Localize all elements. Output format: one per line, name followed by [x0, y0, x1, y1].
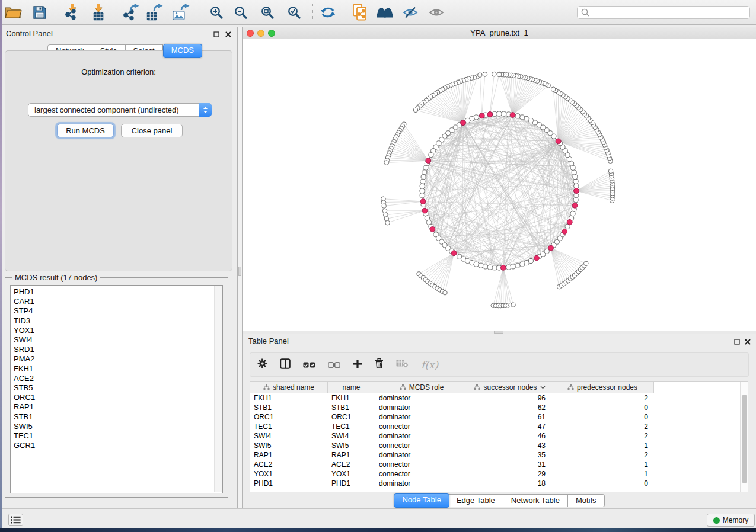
table-row[interactable]: SWI5SWI5connector431 [250, 441, 748, 450]
result-node[interactable]: SRD1 [11, 345, 222, 354]
zoom-out-button[interactable] [231, 2, 251, 23]
network-window-titlebar[interactable]: YPA_prune.txt_1 [243, 27, 756, 39]
tab-edge-table[interactable]: Edge Table [449, 494, 503, 507]
mcds-node[interactable] [500, 265, 506, 270]
vertical-splitter[interactable] [237, 27, 243, 508]
apply-function-button[interactable]: f(x) [421, 359, 438, 371]
result-node[interactable]: YOX1 [11, 326, 222, 335]
result-node[interactable]: FKH1 [11, 364, 222, 374]
column-header-name[interactable]: name [328, 382, 375, 393]
mcds-node[interactable] [562, 229, 567, 235]
mcds-node[interactable] [548, 245, 554, 251]
task-history-button[interactable] [8, 514, 23, 526]
main-toolbar [0, 0, 756, 25]
result-node[interactable]: PHD1 [11, 287, 222, 297]
result-scrollbar[interactable] [214, 286, 222, 492]
result-node[interactable]: CAR1 [11, 297, 222, 306]
mcds-node[interactable] [422, 208, 428, 213]
new-network-from-selection-button[interactable] [350, 2, 370, 23]
close-panel-icon[interactable] [224, 30, 232, 38]
clear-table-button[interactable] [396, 359, 409, 370]
mcds-node[interactable] [534, 255, 540, 261]
mcds-node[interactable] [426, 158, 431, 164]
result-node[interactable]: SWI5 [11, 422, 222, 431]
column-header-mcds-role[interactable]: MCDS role [375, 382, 468, 393]
split-columns-button[interactable] [280, 358, 291, 371]
table-row[interactable]: FKH1FKH1dominator962 [250, 393, 748, 403]
result-node[interactable]: STB1 [11, 412, 222, 422]
result-node[interactable]: STP4 [11, 306, 222, 316]
result-node[interactable]: STB5 [11, 383, 222, 393]
first-neighbors-button[interactable] [375, 2, 395, 23]
tab-motifs[interactable]: Motifs [568, 494, 605, 507]
table-row[interactable]: STB1STB1dominator620 [250, 403, 748, 412]
import-network-button[interactable] [62, 2, 82, 23]
table-row[interactable]: SWI4SWI4dominator462 [250, 431, 748, 441]
mcds-node[interactable] [451, 251, 457, 256]
result-node[interactable]: ACE2 [11, 374, 222, 383]
table-row[interactable]: YOX1YOX1connector291 [250, 469, 748, 479]
mcds-node[interactable] [487, 112, 493, 117]
table-settings-button[interactable] [257, 358, 267, 371]
close-panel-icon[interactable] [744, 338, 751, 345]
show-all-button[interactable] [426, 2, 446, 23]
save-session-button[interactable] [30, 2, 50, 23]
table-row[interactable]: PHD1PHD1dominator180 [250, 479, 748, 488]
result-node[interactable]: PMA2 [11, 354, 222, 364]
close-panel-button[interactable]: Close panel [121, 124, 183, 137]
mcds-node[interactable] [430, 227, 435, 232]
float-panel-icon[interactable] [212, 30, 220, 38]
hide-selection-button[interactable] [400, 2, 420, 23]
tab-node-table[interactable]: Node Table [394, 493, 449, 508]
open-file-button[interactable] [3, 2, 23, 23]
mcds-node[interactable] [510, 113, 515, 118]
mcds-node[interactable] [556, 139, 561, 144]
table-row[interactable]: ORC1ORC1dominator610 [250, 412, 748, 422]
result-node[interactable]: GCR1 [11, 441, 222, 450]
zoom-selected-button[interactable] [284, 2, 304, 23]
zoom-fit-button[interactable] [257, 2, 277, 23]
float-panel-icon[interactable] [733, 338, 741, 345]
deselect-all-rows-button[interactable] [328, 360, 340, 370]
import-table-button[interactable] [88, 2, 109, 23]
export-network-button[interactable] [122, 2, 142, 23]
column-header-successor-nodes[interactable]: successor nodes [468, 382, 551, 393]
add-column-button[interactable] [353, 359, 362, 371]
export-table-button[interactable] [145, 2, 165, 23]
memory-button[interactable]: Memory [707, 514, 755, 527]
search-input[interactable] [592, 8, 746, 17]
select-all-rows-button[interactable] [303, 360, 315, 370]
scrollbar-thumb[interactable] [742, 395, 747, 483]
result-node[interactable]: TID3 [11, 316, 222, 326]
table-row[interactable]: RAP1RAP1dominator352 [250, 450, 748, 460]
mcds-node[interactable] [461, 120, 466, 126]
network-graph[interactable] [243, 39, 756, 331]
export-image-button[interactable] [171, 2, 192, 23]
splitter-grip[interactable] [238, 267, 241, 276]
mcds-result-list[interactable]: PHD1CAR1STP4TID3YOX1SWI4SRD1PMA2FKH1ACE2… [10, 285, 223, 493]
mcds-node[interactable] [567, 220, 572, 225]
result-node[interactable]: TEC1 [11, 431, 222, 441]
zoom-in-button[interactable] [206, 2, 227, 23]
mcds-node[interactable] [574, 188, 579, 194]
splitter-grip[interactable] [494, 331, 503, 334]
column-header-predecessor-nodes[interactable]: predecessor nodes [551, 382, 654, 393]
delete-column-button[interactable] [375, 358, 384, 371]
table-scrollbar[interactable] [740, 382, 748, 492]
run-mcds-button[interactable]: Run MCDS [57, 124, 114, 137]
refresh-layout-button[interactable] [318, 2, 338, 23]
table-row[interactable]: TEC1TEC1connector472 [250, 422, 748, 431]
table-row[interactable]: ACE2ACE2connector311 [250, 460, 748, 469]
search-field[interactable] [577, 6, 750, 19]
mcds-node[interactable] [420, 199, 426, 204]
column-header-shared-name[interactable]: shared name [250, 382, 328, 393]
mcds-node[interactable] [572, 203, 578, 208]
network-view[interactable] [243, 39, 756, 331]
result-node[interactable]: RAP1 [11, 402, 222, 412]
result-node[interactable]: ORC1 [11, 393, 222, 402]
result-node[interactable]: SWI4 [11, 335, 222, 345]
tab-network-table[interactable]: Network Table [503, 494, 568, 507]
mcds-node[interactable] [479, 113, 484, 118]
criterion-dropdown[interactable]: largest connected component (undirected) [28, 103, 212, 117]
tab-mcds[interactable]: MCDS [163, 44, 202, 58]
